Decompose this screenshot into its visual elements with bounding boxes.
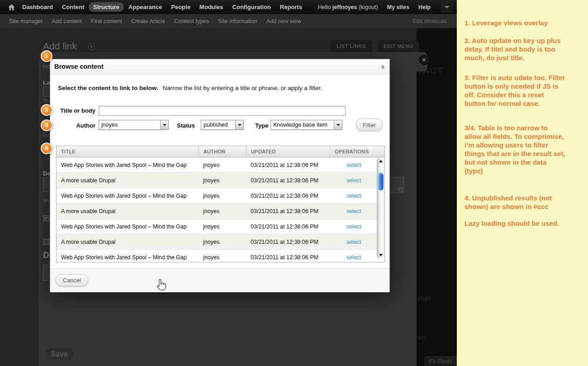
select-arrow-icon	[334, 120, 342, 129]
table-row: Web App Stories with Jared Spool – Mind …	[57, 219, 378, 234]
close-icon[interactable]: x	[381, 59, 384, 74]
author-filter-label: Author	[50, 122, 95, 129]
row-author: jnoyes	[199, 223, 246, 230]
toolbar-item[interactable]: Appearance	[124, 2, 166, 12]
toolbar-item[interactable]: Dashboard	[18, 2, 57, 12]
shortcut-item[interactable]: Add new view	[262, 18, 306, 24]
scrollbar-thumb[interactable]	[378, 172, 384, 190]
toolbar-toggle-button[interactable]	[441, 1, 453, 13]
toolbar-item[interactable]: Structure	[89, 2, 124, 12]
row-updated: 03/21/2011 at 12:38:06 PM	[246, 208, 330, 214]
select-link[interactable]: select	[346, 223, 361, 230]
logout-link[interactable]: (logout)	[357, 4, 378, 10]
title-or-body-input[interactable]	[99, 106, 346, 116]
select-link[interactable]: select	[346, 254, 361, 261]
username: jeffnoyes	[332, 4, 357, 10]
fonts-badge: Fc Fonts	[424, 356, 457, 366]
annotation-note: 3/4. Table is too narrow to allow all fi…	[465, 124, 566, 175]
select-link[interactable]: select	[346, 208, 361, 214]
screen: DashboardContentStructureAppearancePeopl…	[0, 0, 588, 366]
filter-button[interactable]: Filter	[356, 119, 383, 131]
page-title: Add link	[43, 41, 77, 52]
annotation-note: Lazy loading should be used.	[465, 219, 566, 228]
background-text-fragment: xtual	[417, 295, 431, 302]
select-link[interactable]: select	[346, 239, 361, 245]
home-icon[interactable]	[8, 4, 15, 10]
shortcut-item[interactable]: Add content	[47, 18, 86, 24]
enabled-checkbox[interactable]: ✓	[43, 215, 49, 221]
help-link[interactable]: Help	[414, 4, 435, 10]
row-title: Web App Stories with Jared Spool – Mind …	[57, 193, 199, 199]
annotation-badge-2: 2	[41, 104, 52, 116]
row-author: jnoyes	[199, 193, 246, 199]
my-sites-link[interactable]: My sites	[383, 4, 414, 10]
type-select-value: Knowledge base item	[271, 122, 334, 128]
row-updated: 03/21/2011 at 12:38:06 PM	[246, 177, 330, 184]
status-select[interactable]: published	[201, 120, 244, 130]
save-button[interactable]: Save	[44, 347, 75, 361]
column-header-title[interactable]: TITLE	[57, 146, 199, 157]
shortcut-item[interactable]: Content types	[170, 18, 213, 24]
edit-shortcuts-link[interactable]: Edit shortcuts	[413, 18, 447, 24]
row-title: A more usable Drupal	[57, 208, 199, 214]
breadcrumb[interactable]: Ho	[43, 63, 50, 70]
table-body: Web App Stories with Jared Spool – Mind …	[56, 157, 385, 262]
select-link[interactable]: select	[346, 177, 361, 184]
row-author: jnoyes	[199, 177, 246, 184]
page-tab[interactable]: EDIT MENU	[377, 40, 419, 53]
annotation-note: 4. Unpublished results (not shown) are s…	[465, 194, 566, 211]
cancel-button[interactable]: Cancel	[56, 274, 88, 286]
column-header-operations[interactable]: OPERATIONS	[330, 146, 384, 157]
shortcut-item[interactable]: Site manager	[5, 18, 47, 24]
shortcut-item[interactable]: Create Article	[127, 18, 170, 24]
author-select-value: jnoyes	[99, 122, 160, 128]
author-select[interactable]: jnoyes	[99, 120, 169, 130]
table-row: Web App Stories with Jared Spool – Mind …	[57, 157, 378, 173]
modal-instruction: Select the content to link to below. Nar…	[58, 85, 322, 91]
toolbar-item[interactable]: Reports	[275, 2, 307, 12]
row-author: jnoyes	[199, 239, 246, 245]
select-link[interactable]: select	[346, 193, 361, 199]
annotation-note: 2. Auto update on key up plus delay. If …	[465, 36, 566, 62]
page-tabs: LIST LINKSEDIT MENU	[330, 40, 419, 53]
column-header-author[interactable]: AUTHOR	[199, 146, 246, 157]
row-title: A more usable Drupal	[57, 239, 199, 245]
toolbar-item[interactable]: People	[166, 2, 195, 12]
overlay-close-button[interactable]: ✕	[419, 55, 429, 65]
instruction-rest: Narrow the list by entering a title or p…	[162, 85, 322, 91]
row-updated: 03/21/2011 at 12:38:06 PM	[246, 254, 330, 261]
textarea-resize-grip[interactable]	[389, 177, 404, 193]
annotation-note: 3. Filter is auto udate too. Filter butt…	[465, 73, 566, 108]
instruction-bold: Select the content to link to below.	[58, 85, 158, 91]
column-header-updated[interactable]: UPDATED	[246, 146, 330, 157]
add-icon[interactable]: +	[88, 43, 95, 50]
row-title: A more usable Drupal	[57, 177, 199, 184]
toolbar-item[interactable]: Configuration	[228, 2, 275, 12]
annotation-note: 1. Leverage views overlay	[465, 0, 566, 27]
annotation-badge-3: 3	[41, 119, 52, 131]
modal-title: Browse content	[54, 59, 104, 74]
title-filter-label: Title or body	[50, 107, 95, 114]
shortcut-item[interactable]: Find content	[86, 18, 127, 24]
row-author: jnoyes	[199, 254, 246, 261]
type-select[interactable]: Knowledge base item	[270, 120, 342, 130]
table-header: TITLE AUTHOR UPDATED OPERATIONS	[56, 146, 385, 157]
scroll-up-arrow-icon[interactable]	[379, 160, 383, 162]
select-link[interactable]: select	[346, 162, 361, 168]
toolbar-item[interactable]: Content	[57, 2, 89, 12]
table-row: A more usable Drupal jnoyes 03/21/2011 a…	[57, 234, 378, 250]
label-field-label: La	[43, 79, 50, 86]
chevron-down-icon	[445, 6, 449, 9]
table-row: A more usable Drupal jnoyes 03/21/2011 a…	[57, 204, 378, 219]
page-tab[interactable]: LIST LINKS	[330, 40, 372, 53]
scroll-down-arrow-icon[interactable]	[379, 254, 383, 257]
toolbar-item[interactable]: Modules	[195, 2, 228, 12]
shortcut-item[interactable]: Site information	[213, 18, 262, 24]
expanded-checkbox[interactable]	[43, 239, 49, 245]
user-greeting[interactable]: Hello jeffnoyes (logout)	[313, 4, 383, 10]
toolbar-menu: DashboardContentStructureAppearancePeopl…	[18, 2, 307, 12]
table-row: Web App Stories with Jared Spool – Mind …	[57, 250, 378, 262]
row-updated: 03/21/2011 at 12:38:06 PM	[246, 239, 330, 245]
table-scrollbar[interactable]	[377, 157, 384, 259]
select-arrow-icon	[160, 120, 168, 129]
